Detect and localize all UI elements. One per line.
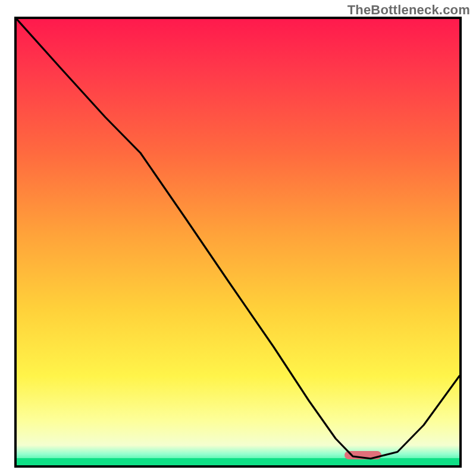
- watermark-text: TheBottleneck.com: [347, 2, 470, 18]
- bottleneck-curve: [17, 19, 459, 465]
- chart-frame: [14, 17, 462, 468]
